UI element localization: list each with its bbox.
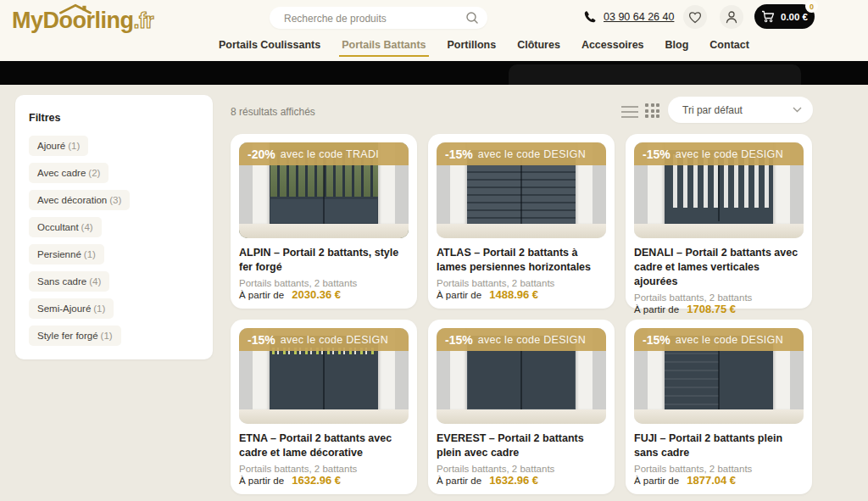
filter-count: (2) [88, 168, 100, 178]
product-price-row: À partir de 2030.36 € [239, 288, 409, 301]
discount-code-text: avec le code DESIGN [676, 148, 783, 160]
discount-percent: -15% [248, 333, 275, 347]
filter-count: (4) [81, 222, 93, 232]
filter-style-fer-forge[interactable]: Style fer forgé (1) [29, 326, 121, 346]
product-price: 1632.96 € [489, 474, 538, 487]
product-card-atlas[interactable]: -15% avec le code DESIGN ATLAS – Portail… [428, 134, 615, 309]
search-icon[interactable] [465, 11, 479, 25]
gate-ground [634, 409, 804, 424]
product-card-etna[interactable]: -15% avec le code DESIGN ETNA – Portail … [231, 320, 417, 494]
user-icon [725, 10, 738, 24]
nav-portails-battants[interactable]: Portails Battants [342, 39, 426, 51]
product-price: 1708.75 € [687, 303, 736, 315]
phone-contact[interactable]: 03 90 64 26 40 [583, 10, 674, 24]
product-price-row: À partir de 1488.96 € [437, 288, 606, 301]
filter-label: Style fer forgé [37, 331, 98, 341]
price-prefix: À partir de [239, 290, 284, 300]
wishlist-button[interactable] [683, 5, 707, 29]
product-image[interactable]: -15% avec le code DESIGN [437, 142, 606, 238]
list-view-icon[interactable] [621, 106, 638, 118]
product-price: 1877.04 € [687, 474, 736, 487]
nav-accessoires[interactable]: Accessoires [581, 39, 644, 51]
filter-semi-ajoure[interactable]: Semi-Ajouré (1) [29, 298, 114, 319]
results-count: 8 résultats affichés [231, 106, 315, 118]
product-image[interactable]: -15% avec le code DESIGN [239, 328, 409, 424]
product-card-everest[interactable]: -15% avec le code DESIGN EVEREST – Porta… [428, 320, 615, 494]
cart-button[interactable]: 0.00 € 0 [754, 4, 815, 29]
product-title[interactable]: ALPIN – Portail 2 battants, style fer fo… [239, 246, 409, 275]
account-button[interactable] [720, 5, 743, 29]
nav-portails-coulissants[interactable]: Portails Coulissants [219, 39, 320, 51]
cart-total: 0.00 € [781, 12, 808, 22]
product-price-row: À partir de 1708.75 € [634, 303, 804, 315]
discount-badge: -15% avec le code DESIGN [634, 142, 804, 165]
product-image[interactable]: -20% avec le code TRADI [239, 142, 409, 238]
product-title[interactable]: FUJI – Portail 2 battants plein sans cad… [634, 431, 804, 460]
dark-banner [0, 61, 868, 85]
product-image[interactable]: -15% avec le code DESIGN [634, 328, 804, 424]
grid-view-icon[interactable] [645, 103, 659, 118]
phone-number-link[interactable]: 03 90 64 26 40 [604, 11, 674, 23]
product-title[interactable]: EVEREST – Portail 2 battants plein avec … [437, 431, 606, 460]
price-prefix: À partir de [634, 304, 679, 315]
product-image[interactable]: -15% avec le code DESIGN [437, 328, 606, 424]
gate-ground [239, 224, 409, 238]
cart-icon [761, 10, 775, 23]
product-category[interactable]: Portails battants, 2 battants [634, 292, 804, 303]
product-image[interactable]: -15% avec le code DESIGN [634, 142, 804, 238]
discount-code-text: avec le code TRADI [281, 148, 379, 160]
filter-avec-decoration[interactable]: Avec décoration (3) [29, 190, 130, 210]
discount-percent: -15% [445, 333, 473, 347]
nav-blog[interactable]: Blog [665, 39, 689, 51]
nav-clotures[interactable]: Clôtures [517, 39, 560, 51]
nav-portillons[interactable]: Portillons [448, 39, 497, 51]
header-dropdown-panel [509, 64, 801, 85]
discount-code-text: avec le code DESIGN [281, 334, 388, 346]
discount-code-text: avec le code DESIGN [478, 148, 586, 160]
phone-icon [583, 10, 597, 24]
site-logo[interactable]: MyDoorling.fr [12, 8, 153, 34]
filters-title: Filtres [29, 112, 213, 124]
product-category[interactable]: Portails battants, 2 battants [437, 278, 606, 288]
filter-count: (3) [109, 195, 121, 205]
logo-tld: .fr [134, 8, 154, 32]
filter-label: Semi-Ajouré [37, 303, 91, 314]
discount-badge: -15% avec le code DESIGN [239, 328, 409, 351]
discount-percent: -15% [445, 148, 473, 161]
filter-count: (1) [84, 249, 96, 259]
product-card-fuji[interactable]: -15% avec le code DESIGN FUJI – Portail … [626, 320, 812, 494]
search-bar [270, 7, 487, 29]
product-category[interactable]: Portails battants, 2 battants [239, 464, 409, 474]
product-card-alpin[interactable]: -20% avec le code TRADI ALPIN – Portail … [231, 134, 417, 309]
discount-badge: -20% avec le code TRADI [239, 142, 409, 165]
product-card-denali[interactable]: -15% avec le code DESIGN DENALI – Portai… [626, 134, 812, 309]
discount-percent: -20% [248, 148, 275, 161]
discount-badge: -15% avec le code DESIGN [437, 328, 606, 351]
gate-ground [634, 224, 804, 238]
filter-count: (4) [89, 276, 101, 287]
filter-count: (1) [93, 303, 105, 314]
filter-occultant[interactable]: Occultant (4) [29, 217, 102, 237]
product-title[interactable]: DENALI – Portail 2 battants avec cadre e… [634, 246, 804, 289]
filter-label: Ajouré [37, 141, 65, 151]
sort-dropdown[interactable]: Tri par défaut [668, 97, 813, 123]
product-title[interactable]: ETNA – Portail 2 battants avec cadre et … [239, 431, 409, 460]
product-category[interactable]: Portails battants, 2 battants [437, 464, 606, 474]
price-prefix: À partir de [437, 476, 481, 486]
discount-badge: -15% avec le code DESIGN [437, 142, 606, 165]
product-title[interactable]: ATLAS – Portail 2 battants à lames persi… [437, 246, 606, 275]
search-input[interactable] [282, 8, 459, 30]
filter-count: (1) [101, 331, 113, 341]
product-price: 2030.36 € [292, 288, 341, 301]
product-category[interactable]: Portails battants, 2 battants [634, 464, 804, 474]
nav-contact[interactable]: Contact [709, 39, 749, 51]
product-category[interactable]: Portails battants, 2 battants [239, 278, 409, 288]
product-price-row: À partir de 1632.96 € [437, 474, 606, 487]
filter-ajoure[interactable]: Ajouré (1) [29, 136, 88, 156]
filter-sans-cadre[interactable]: Sans cadre (4) [29, 271, 109, 292]
gate-ground [437, 224, 606, 238]
filter-avec-cadre[interactable]: Avec cadre (2) [29, 163, 108, 183]
cart-count-badge: 0 [805, 0, 818, 13]
filter-list: Ajouré (1) Avec cadre (2) Avec décoratio… [15, 136, 213, 346]
filter-persienne[interactable]: Persienné (1) [29, 244, 104, 264]
